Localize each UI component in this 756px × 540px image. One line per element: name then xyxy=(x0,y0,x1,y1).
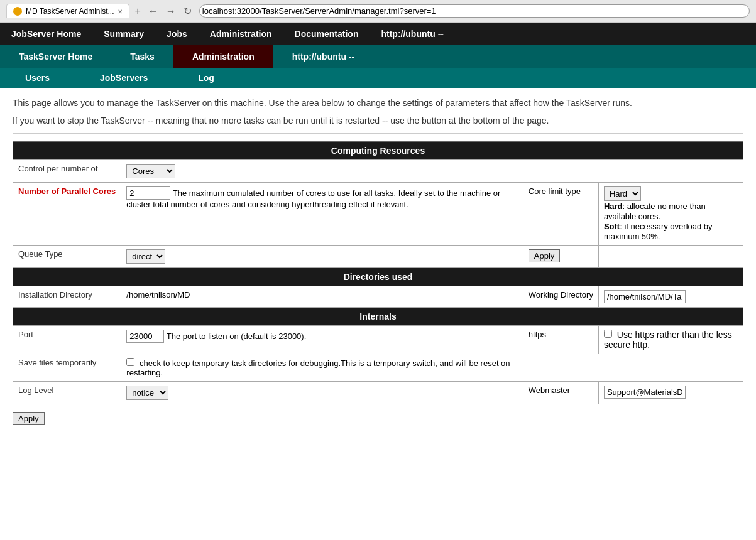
directories-header: Directories used xyxy=(13,268,743,286)
log-level-select[interactable]: notice info debug xyxy=(126,386,168,400)
queue-type-label: Queue Type xyxy=(13,246,121,268)
internals-header: Internals xyxy=(13,308,743,326)
working-dir-label: Working Directory xyxy=(523,286,598,308)
working-dir-cell xyxy=(598,286,743,308)
tab-close-icon[interactable]: ✕ xyxy=(118,8,123,15)
webmaster-label: Webmaster xyxy=(523,382,598,404)
core-limit-label: Core limit type xyxy=(523,183,598,246)
nav-tasks[interactable]: Tasks xyxy=(111,45,173,68)
core-limit-hard-desc: Hard: allocate no more than available co… xyxy=(604,202,706,221)
install-dir-value: /home/tnilson/MD xyxy=(121,286,523,308)
https-checkbox-label[interactable]: Use https rather than the less secure ht… xyxy=(604,330,732,350)
control-per-value: Cores Sockets Threads xyxy=(121,160,523,183)
forward-button[interactable]: → xyxy=(163,4,178,18)
https-desc: Use https rather than the less secure ht… xyxy=(604,330,732,350)
nav-documentation[interactable]: Documentation xyxy=(283,23,370,45)
port-label: Port xyxy=(13,326,121,354)
save-files-checkbox-label[interactable]: check to keep temporary task directories… xyxy=(126,359,510,377)
divider xyxy=(13,133,743,134)
install-dir-label: Installation Directory xyxy=(13,286,121,308)
intro-line1: This page allows you to manage the TaskS… xyxy=(13,98,743,108)
save-files-checkbox[interactable] xyxy=(126,358,134,366)
tab-favicon xyxy=(13,7,22,16)
working-dir-input[interactable] xyxy=(604,290,686,303)
nav-administration[interactable]: Administration xyxy=(199,23,283,45)
nav-jobservers[interactable]: JobServers xyxy=(75,68,173,88)
new-tab-button[interactable]: + xyxy=(134,6,140,17)
footer-apply-button[interactable]: Apply xyxy=(13,412,45,425)
nav-jobs[interactable]: Jobs xyxy=(155,23,199,45)
save-files-cell: check to keep temporary task directories… xyxy=(121,354,523,382)
https-label: https xyxy=(523,326,598,354)
second-nav: TaskServer Home Tasks Administration htt… xyxy=(0,45,756,68)
webmaster-cell xyxy=(598,382,743,404)
third-nav: Users JobServers Log xyxy=(0,68,756,88)
control-per-select[interactable]: Cores Sockets Threads xyxy=(126,164,175,178)
address-bar[interactable] xyxy=(199,4,750,18)
reload-button[interactable]: ↻ xyxy=(181,4,194,18)
intro-line2: If you want to stop the TaskServer -- me… xyxy=(13,116,743,126)
port-desc: The port to listen on (default is 23000)… xyxy=(167,332,307,341)
parallel-cores-value-cell: The maximum cumulated number of cores to… xyxy=(121,183,523,246)
back-button[interactable]: ← xyxy=(146,4,161,18)
save-files-desc: check to keep temporary task directories… xyxy=(126,359,510,377)
port-input[interactable] xyxy=(126,330,164,343)
footer-apply-container: Apply xyxy=(13,412,743,425)
nav-taskserver-home[interactable]: TaskServer Home xyxy=(0,45,111,68)
webmaster-input[interactable] xyxy=(604,386,686,399)
core-limit-select[interactable]: Hard Soft xyxy=(604,186,641,201)
parallel-cores-input[interactable] xyxy=(126,186,170,200)
parallel-cores-label: Number of Parallel Cores xyxy=(13,183,121,246)
nav-ubuntu2[interactable]: http://ubuntu -- xyxy=(273,45,374,68)
core-limit-soft-desc: Soft: if necessary overload by maximum 5… xyxy=(604,222,713,241)
log-level-label: Log Level xyxy=(13,382,121,404)
queue-type-select[interactable]: direct slurm pbs xyxy=(126,249,165,264)
https-cell: Use https rather than the less secure ht… xyxy=(598,326,743,354)
top-nav: JobServer Home Summary Jobs Administrati… xyxy=(0,23,756,45)
port-cell: The port to listen on (default is 23000)… xyxy=(121,326,523,354)
https-checkbox[interactable] xyxy=(604,330,612,338)
nav-ubuntu[interactable]: http://ubuntu -- xyxy=(370,23,455,45)
log-level-cell: notice info debug xyxy=(121,382,523,404)
save-files-label: Save files temporarily xyxy=(13,354,121,382)
settings-table: Computing Resources Control per number o… xyxy=(13,141,743,404)
nav-users[interactable]: Users xyxy=(0,68,75,88)
tab-title: MD TaskServer Administ... xyxy=(26,7,114,16)
parallel-cores-desc: The maximum cumulated number of cores to… xyxy=(126,188,500,209)
queue-apply-button[interactable]: Apply xyxy=(529,249,561,262)
nav-log[interactable]: Log xyxy=(173,68,239,88)
queue-type-cell: direct slurm pbs xyxy=(121,246,523,268)
nav-administration-active[interactable]: Administration xyxy=(173,45,273,68)
nav-jobserver-home[interactable]: JobServer Home xyxy=(0,23,92,45)
nav-summary[interactable]: Summary xyxy=(92,23,155,45)
queue-apply-cell: Apply xyxy=(523,246,598,268)
core-limit-cell: Hard Soft Hard: allocate no more than av… xyxy=(598,183,743,246)
control-per-label: Control per number of xyxy=(13,160,121,183)
main-content: This page allows you to manage the TaskS… xyxy=(0,88,756,435)
computing-resources-header: Computing Resources xyxy=(13,142,743,160)
